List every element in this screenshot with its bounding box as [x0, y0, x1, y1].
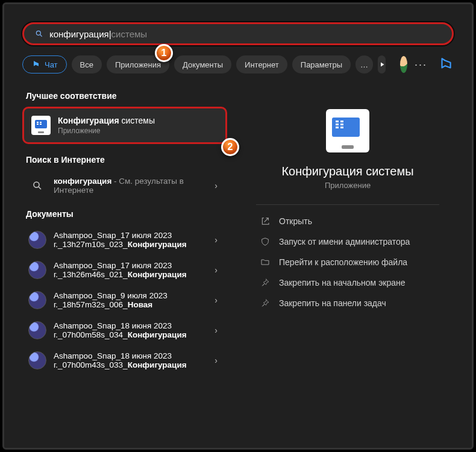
document-title: Ashampoo_Snap_17 июля 2023 г._13h27m10s_…: [54, 231, 204, 249]
folder-icon: [260, 257, 271, 268]
document-thumbnail-icon: [28, 291, 46, 309]
action-pin-taskbar[interactable]: Закрепить на панели задач: [256, 293, 439, 313]
best-match-subtitle: Приложение: [58, 127, 218, 135]
document-result[interactable]: Ashampoo_Snap_18 июня 2023 г._07h00m58s_…: [22, 315, 227, 345]
filter-more[interactable]: …: [355, 55, 373, 74]
action-open[interactable]: Открыть: [256, 211, 439, 231]
document-result[interactable]: Ashampoo_Snap_9 июля 2023 г._18h57m32s_0…: [22, 285, 227, 315]
svg-point-2: [34, 182, 39, 187]
document-result[interactable]: Ashampoo_Snap_17 июля 2023 г._13h26m46s_…: [22, 255, 227, 285]
filter-row: Чат Все Приложения Документы Интернет Па…: [22, 54, 454, 75]
svg-point-0: [36, 31, 40, 35]
svg-line-3: [39, 187, 41, 189]
preview-type: Приложение: [256, 181, 439, 190]
action-label: Перейти к расположению файла: [279, 257, 407, 267]
document-title: Ashampoo_Snap_9 июля 2023 г._18h57m32s_0…: [54, 291, 204, 309]
filter-documents[interactable]: Документы: [174, 55, 231, 74]
svg-line-1: [40, 35, 42, 37]
search-icon: [35, 30, 43, 38]
more-menu[interactable]: ···: [415, 58, 427, 71]
divider: [256, 204, 439, 205]
chevron-right-icon: ›: [211, 235, 221, 245]
action-run-as-admin[interactable]: Запуск от имени администратора: [256, 231, 439, 252]
document-thumbnail-icon: [28, 231, 46, 249]
best-match-result[interactable]: Конфигурация системы Приложение: [22, 107, 227, 144]
chevron-right-icon: ›: [211, 265, 221, 275]
pin-icon: [260, 298, 271, 309]
bing-chat-icon: [31, 60, 41, 69]
action-label: Запуск от имени администратора: [279, 237, 410, 246]
section-web: Поиск в Интернете: [26, 155, 227, 165]
scroll-right-button[interactable]: [378, 55, 386, 74]
callout-badge-1: 1: [155, 44, 173, 62]
user-avatar[interactable]: [400, 56, 407, 73]
web-result[interactable]: конфигурация - См. результаты в Интернет…: [22, 171, 227, 201]
chevron-right-icon: ›: [211, 325, 221, 335]
document-result[interactable]: Ashampoo_Snap_18 июня 2023 г._07h00m43s_…: [22, 345, 227, 375]
shield-admin-icon: [260, 236, 271, 247]
msconfig-icon: [31, 116, 51, 135]
filter-chat-label: Чат: [45, 60, 58, 69]
document-title: Ashampoo_Snap_18 июня 2023 г._07h00m43s_…: [54, 351, 204, 369]
action-label: Открыть: [279, 216, 312, 226]
search-input[interactable]: конфигурация|системы: [22, 22, 454, 45]
chevron-right-icon: ›: [211, 181, 221, 190]
chevron-right-icon: ›: [211, 295, 221, 305]
bing-logo-icon[interactable]: [438, 55, 454, 74]
action-label: Закрепить на начальном экране: [279, 278, 406, 287]
preview-title: Конфигурация системы: [256, 165, 439, 178]
results-column: Лучшее соответствие Конфигурация системы…: [22, 86, 227, 436]
document-title: Ashampoo_Snap_18 июня 2023 г._07h00m58s_…: [54, 321, 204, 339]
search-text: конфигурация|системы: [49, 29, 147, 39]
filter-all[interactable]: Все: [72, 55, 102, 74]
callout-badge-2: 2: [221, 138, 239, 156]
search-container: конфигурация|системы: [22, 22, 454, 45]
section-documents: Документы: [26, 209, 227, 219]
action-pin-start[interactable]: Закрепить на начальном экране: [256, 272, 439, 293]
filter-chat[interactable]: Чат: [22, 55, 67, 74]
action-label: Закрепить на панели задач: [279, 298, 386, 308]
preview-panel: Конфигурация системы Приложение Открыть …: [242, 86, 454, 436]
filter-settings[interactable]: Параметры: [292, 55, 351, 74]
best-match-title: Конфигурация системы: [58, 116, 218, 125]
document-thumbnail-icon: [28, 351, 46, 369]
document-thumbnail-icon: [28, 321, 46, 339]
action-open-location[interactable]: Перейти к расположению файла: [256, 252, 439, 272]
document-title: Ashampoo_Snap_17 июля 2023 г._13h26m46s_…: [54, 261, 204, 279]
document-result[interactable]: Ashampoo_Snap_17 июля 2023 г._13h27m10s_…: [22, 225, 227, 255]
pin-icon: [260, 277, 271, 288]
web-result-title: конфигурация - См. результаты в Интернет…: [54, 177, 204, 195]
document-thumbnail-icon: [28, 261, 46, 279]
filter-internet[interactable]: Интернет: [236, 55, 287, 74]
preview-app-icon: [326, 109, 369, 152]
section-best-match: Лучшее соответствие: [26, 91, 227, 101]
open-icon: [260, 216, 271, 227]
search-web-icon: [28, 177, 46, 195]
chevron-right-icon: ›: [211, 356, 221, 365]
